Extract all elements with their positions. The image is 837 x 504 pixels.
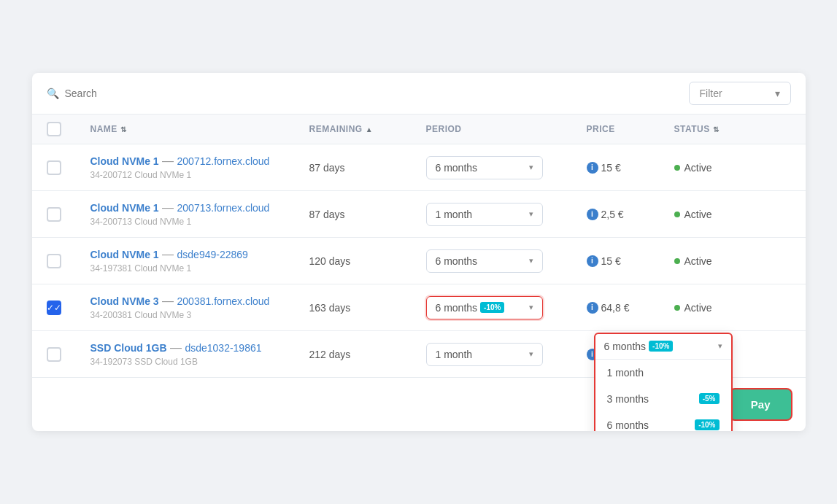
filter-select[interactable]: Filter ▾ — [689, 82, 791, 105]
col-name-sort-icon: ⇅ — [120, 125, 127, 133]
period-select-3[interactable]: 6 months -10% ▾ — [426, 296, 543, 319]
checkbox-row-2[interactable] — [47, 254, 61, 268]
period-col-3: 6 months -10% ▾ 6 months -10% ▾ 1 month … — [426, 296, 587, 319]
info-icon-1[interactable]: i — [587, 209, 598, 220]
info-icon-2[interactable]: i — [587, 255, 598, 267]
period-text-2: 6 months — [436, 255, 478, 267]
col-status[interactable]: STATUS ⇅ — [674, 122, 791, 136]
status-label-1: Active — [684, 209, 712, 220]
checkbox-row-0[interactable] — [47, 160, 61, 175]
period-select-1[interactable]: 1 month ▾ — [426, 203, 543, 226]
status-label-2: Active — [684, 255, 712, 267]
item-domain-1[interactable]: 200713.fornex.cloud — [177, 202, 270, 214]
status-col-2: Active — [674, 255, 791, 267]
filter-label: Filter — [700, 88, 722, 99]
dropdown-3: 6 months -10% ▾ 1 month 3 months -5% 6 m… — [594, 333, 733, 432]
col-remaining[interactable]: REMAINING ▲ — [309, 122, 426, 136]
period-select-2[interactable]: 6 months ▾ — [426, 249, 543, 273]
period-text-4: 1 month — [436, 349, 473, 360]
period-col-2: 6 months ▾ — [426, 249, 587, 273]
col-name[interactable]: NAME ⇅ — [90, 122, 309, 136]
period-badge-3: 6 months -10% — [436, 302, 505, 314]
info-icon-0[interactable]: i — [587, 162, 598, 174]
item-sub-2: 34-197381 Cloud NVMe 1 — [90, 263, 309, 274]
price-col-1: i 2,5 € — [587, 209, 674, 220]
dropdown-header-badge-3: 6 months -10% — [604, 341, 674, 352]
item-domain-3[interactable]: 200381.fornex.cloud — [177, 295, 270, 307]
period-chevron-0: ▾ — [529, 163, 533, 172]
remaining-4: 212 days — [309, 349, 426, 360]
item-name-0: Cloud NVMe 1 — [90, 155, 159, 167]
main-container: 🔍 Filter ▾ NAME ⇅ REMAINING ▲ PERIOD PRI… — [32, 73, 806, 431]
dropdown-option-3-0[interactable]: 1 month — [595, 360, 731, 386]
period-chevron-2: ▾ — [529, 256, 533, 265]
table-body: Cloud NVMe 1 — 200712.fornex.cloud 34-20… — [32, 144, 806, 377]
item-name-3: Cloud NVMe 3 — [90, 295, 159, 307]
col-period: PERIOD — [426, 122, 587, 136]
item-name-col-1: Cloud NVMe 1 — 200713.fornex.cloud 34-20… — [90, 201, 309, 227]
price-col-0: i 15 € — [587, 162, 674, 174]
item-domain-0[interactable]: 200712.fornex.cloud — [177, 155, 270, 167]
item-name-col-0: Cloud NVMe 1 — 200712.fornex.cloud 34-20… — [90, 155, 309, 180]
col-period-label: PERIOD — [426, 124, 462, 134]
item-separator-2: — — [162, 248, 177, 260]
period-badge-4: 1 month — [436, 349, 473, 360]
status-col-0: Active — [674, 162, 791, 174]
item-name-2: Cloud NVMe 1 — [90, 249, 159, 260]
price-col-2: i 15 € — [587, 255, 674, 267]
header-checkbox[interactable] — [47, 122, 61, 136]
search-input[interactable] — [65, 88, 211, 99]
col-price-label: PRICE — [587, 124, 615, 134]
item-separator-0: — — [162, 155, 177, 167]
discount-badge-3: -10% — [480, 302, 504, 313]
dropdown-option-3-1[interactable]: 3 months -5% — [595, 386, 731, 412]
period-select-4[interactable]: 1 month ▾ — [426, 343, 543, 366]
status-col-1: Active — [674, 209, 791, 220]
item-sub-3: 34-200381 Cloud NVMe 3 — [90, 310, 309, 320]
status-label-3: Active — [684, 302, 712, 314]
status-dot-0 — [674, 165, 680, 171]
filter-chevron-icon: ▾ — [775, 88, 780, 99]
period-badge-2: 6 months — [436, 255, 478, 267]
dropdown-option-3-2[interactable]: 6 months -10% — [595, 412, 731, 432]
item-separator-3: — — [162, 295, 177, 307]
item-domain-2[interactable]: dsde949-22869 — [177, 249, 248, 260]
item-name-col-3: Cloud NVMe 3 — 200381.fornex.cloud 34-20… — [90, 295, 309, 320]
dropdown-header-3[interactable]: 6 months -10% ▾ — [595, 334, 731, 360]
col-name-label: NAME — [90, 124, 117, 134]
period-badge-1: 1 month — [436, 209, 473, 220]
status-dot-1 — [674, 212, 680, 217]
info-icon-3[interactable]: i — [587, 302, 598, 314]
price-value-1: 2,5 € — [601, 209, 624, 220]
item-name-4: SSD Cloud 1GB — [90, 342, 167, 354]
status-dot-2 — [674, 258, 680, 264]
item-separator-4: — — [170, 341, 185, 354]
col-checkbox — [47, 122, 90, 136]
period-chevron-1: ▾ — [529, 209, 533, 219]
item-name-col-4: SSD Cloud 1GB — dsde1032-19861 34-192073… — [90, 341, 309, 367]
period-select-0[interactable]: 6 months ▾ — [426, 156, 543, 179]
period-col-0: 6 months ▾ — [426, 156, 587, 179]
price-value-2: 15 € — [601, 255, 621, 267]
price-value-0: 15 € — [601, 162, 621, 174]
pay-button[interactable]: Pay — [730, 389, 791, 419]
table-row: Cloud NVMe 1 — dsde949-22869 34-197381 C… — [32, 238, 806, 284]
status-dot-3 — [674, 305, 680, 311]
status-col-3: Active — [674, 302, 791, 314]
checkbox-row-4[interactable] — [47, 347, 61, 362]
table-header: NAME ⇅ REMAINING ▲ PERIOD PRICE STATUS ⇅ — [32, 115, 806, 144]
dropdown-option-label-3-0: 1 month — [607, 367, 644, 379]
col-remaining-sort-icon: ▲ — [366, 125, 373, 133]
checkbox-row-3[interactable]: ✓ — [47, 301, 61, 315]
item-domain-4[interactable]: dsde1032-19861 — [185, 342, 261, 354]
item-separator-1: — — [162, 201, 177, 214]
status-label-0: Active — [684, 162, 712, 174]
period-chevron-4: ▾ — [529, 349, 533, 359]
period-col-1: 1 month ▾ — [426, 203, 587, 226]
item-sub-1: 34-200713 Cloud NVMe 1 — [90, 217, 309, 227]
checkbox-row-1[interactable] — [47, 207, 61, 222]
search-icon: 🔍 — [47, 88, 59, 99]
item-sub-0: 34-200712 Cloud NVMe 1 — [90, 170, 309, 180]
top-bar: 🔍 Filter ▾ — [32, 73, 806, 115]
col-status-sort-icon: ⇅ — [713, 125, 720, 133]
